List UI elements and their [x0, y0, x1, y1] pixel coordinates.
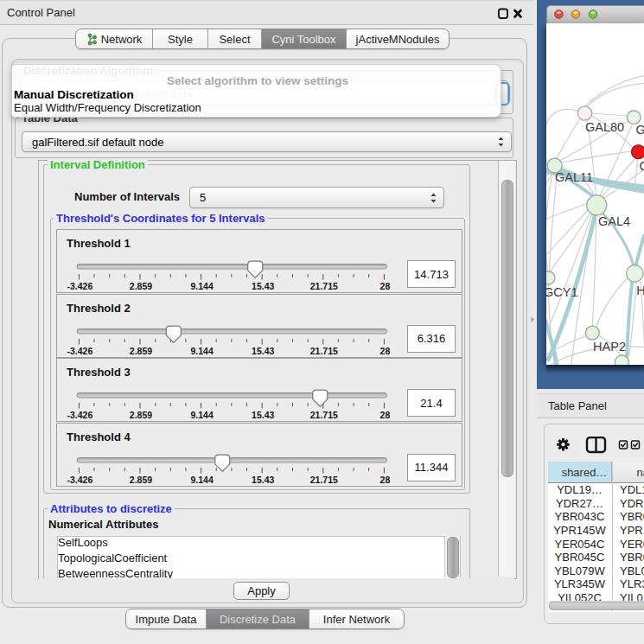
- svg-text:HI: HI: [636, 284, 644, 297]
- svg-text:CA: CA: [639, 159, 644, 173]
- svg-text:GAL11: GAL11: [555, 170, 593, 184]
- svg-text:HAP2: HAP2: [593, 340, 626, 354]
- svg-text:GAL80: GAL80: [585, 120, 624, 134]
- svg-text:GA: GA: [635, 123, 644, 137]
- svg-text:GAL4: GAL4: [598, 214, 630, 228]
- svg-text:GCY1: GCY1: [546, 285, 578, 299]
